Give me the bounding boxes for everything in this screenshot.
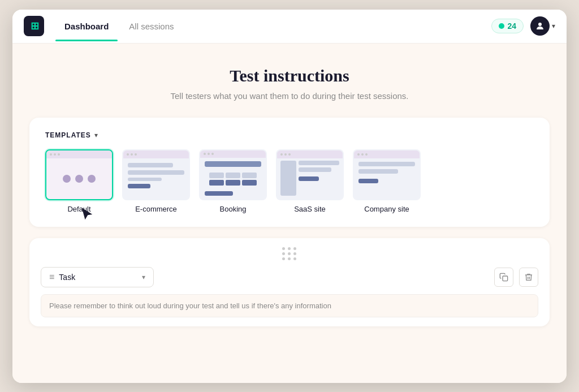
templates-label: TEMPLATES: [45, 131, 91, 139]
template-company[interactable]: Company site: [353, 149, 421, 213]
template-ecommerce[interactable]: E-commerce: [122, 149, 190, 213]
drag-dots-icon: [282, 247, 297, 260]
template-booking[interactable]: Booking: [199, 149, 267, 213]
template-label-default: Default: [67, 205, 90, 213]
delete-task-button[interactable]: [519, 268, 538, 287]
template-label-booking: Booking: [220, 205, 247, 213]
svg-point-0: [538, 23, 542, 26]
template-thumb-ecommerce: [122, 149, 190, 200]
task-textarea-preview[interactable]: Please remember to think out loud during…: [41, 294, 538, 317]
logo-icon: ⊞: [31, 20, 38, 32]
task-card: ≡ Task ▾: [29, 238, 550, 326]
user-menu-button[interactable]: ▾: [530, 16, 555, 36]
templates-header: TEMPLATES ▾: [45, 131, 534, 139]
template-thumb-default: [45, 149, 113, 200]
credits-badge: 24: [491, 19, 524, 33]
task-type-label: Task: [59, 273, 137, 282]
template-label-saas: SaaS site: [294, 205, 326, 213]
page-title: Test instructions: [29, 66, 550, 85]
credits-dot: [499, 23, 504, 29]
page-subtitle: Tell testers what you want them to do du…: [29, 91, 550, 101]
templates-chevron-icon[interactable]: ▾: [94, 131, 98, 139]
templates-card: TEMPLATES ▾: [29, 118, 550, 227]
task-type-icon: ≡: [49, 272, 54, 282]
logo: ⊞: [24, 16, 44, 36]
user-avatar: [530, 16, 550, 36]
svg-rect-1: [503, 276, 508, 281]
credits-count: 24: [507, 21, 516, 31]
template-thumb-company: [353, 149, 421, 200]
template-saas[interactable]: SaaS site: [276, 149, 344, 213]
drag-handle[interactable]: [41, 247, 538, 260]
template-thumb-booking: [199, 149, 267, 200]
template-label-company: Company site: [364, 205, 409, 213]
header: ⊞ Dashboard All sessions 24: [12, 10, 567, 44]
template-thumb-saas: [276, 149, 344, 200]
main-content: Test instructions Tell testers what you …: [12, 44, 567, 383]
copy-task-button[interactable]: [494, 268, 513, 287]
task-type-selector[interactable]: ≡ Task ▾: [41, 267, 154, 287]
header-right: 24 ▾: [491, 16, 555, 36]
app-window: ⊞ Dashboard All sessions 24: [12, 10, 567, 383]
tab-dashboard[interactable]: Dashboard: [55, 17, 118, 36]
user-chevron-icon: ▾: [552, 22, 555, 30]
templates-grid: Default: [45, 149, 534, 213]
template-label-ecommerce: E-commerce: [135, 205, 177, 213]
tab-all-sessions[interactable]: All sessions: [120, 17, 183, 36]
task-row: ≡ Task ▾: [41, 267, 538, 287]
task-type-chevron-icon: ▾: [142, 273, 145, 281]
nav-tabs: Dashboard All sessions: [55, 17, 491, 36]
template-default[interactable]: Default: [45, 149, 113, 213]
task-actions: [494, 268, 538, 287]
